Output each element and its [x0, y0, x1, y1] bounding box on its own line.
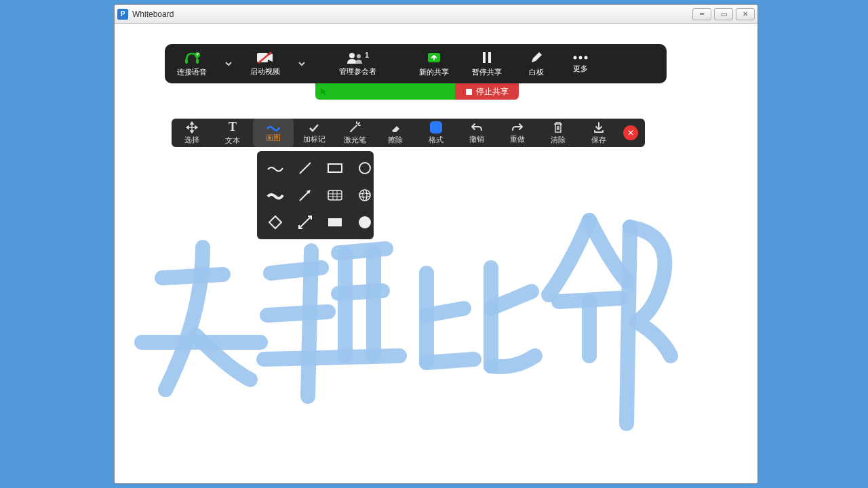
- select-tool[interactable]: 选择: [172, 119, 212, 147]
- headphones-icon: [184, 51, 200, 64]
- whiteboard-button[interactable]: 白板: [513, 44, 559, 83]
- sharing-status[interactable]: [315, 83, 455, 100]
- start-video-button[interactable]: 启动视频: [238, 44, 292, 83]
- shape-circle-outline[interactable]: [353, 158, 376, 178]
- svg-rect-8: [483, 52, 486, 63]
- svg-point-15: [359, 163, 370, 174]
- close-icon: ✕: [627, 128, 634, 138]
- cursor-icon: [319, 87, 329, 96]
- shape-rect-outline[interactable]: [323, 158, 347, 178]
- undo-icon: [471, 122, 483, 133]
- clear-button[interactable]: 清除: [538, 119, 578, 147]
- shape-diamond[interactable]: [264, 212, 287, 232]
- eraser-tool[interactable]: 擦除: [375, 119, 416, 147]
- chevron-down-icon: [298, 60, 306, 68]
- join-audio-button[interactable]: 连接语音: [165, 44, 219, 83]
- move-icon: [186, 121, 198, 134]
- svg-rect-14: [328, 164, 342, 172]
- whiteboard-window: P Whiteboard ━ ▭ ✕ 连接语音 启动视频: [114, 4, 758, 484]
- audio-menu-chevron[interactable]: [219, 44, 238, 83]
- shape-wavy-line[interactable]: [264, 158, 287, 178]
- trash-icon: [553, 121, 564, 134]
- text-tool[interactable]: T 文本: [212, 119, 253, 147]
- svg-point-12: [585, 56, 588, 59]
- shape-globe[interactable]: [353, 185, 376, 205]
- svg-rect-3: [257, 53, 268, 62]
- pause-icon: [480, 51, 494, 64]
- svg-point-6: [357, 54, 361, 58]
- svg-rect-17: [328, 190, 342, 200]
- svg-point-11: [579, 56, 583, 59]
- window-title: Whiteboard: [132, 9, 174, 19]
- stamp-tool[interactable]: 加标记: [294, 119, 334, 147]
- eraser-icon: [389, 121, 401, 134]
- svg-line-25: [300, 217, 311, 228]
- chevron-down-icon: [224, 60, 233, 68]
- whiteboard-canvas[interactable]: 连接语音 启动视频 1 管理参会者 新的共享: [115, 24, 757, 483]
- video-menu-chevron[interactable]: [292, 44, 311, 83]
- undo-button[interactable]: 撤销: [456, 119, 497, 147]
- svg-rect-9: [488, 52, 491, 63]
- draw-shapes-popup: [257, 151, 374, 239]
- svg-point-27: [359, 216, 371, 228]
- close-button[interactable]: ✕: [736, 8, 755, 20]
- redo-icon: [511, 122, 524, 133]
- draw-tool[interactable]: 画图: [253, 119, 294, 147]
- participants-count: 1: [365, 52, 369, 59]
- more-button[interactable]: 更多: [559, 44, 601, 83]
- text-icon: T: [229, 120, 237, 134]
- svg-line-16: [300, 191, 309, 201]
- maximize-button[interactable]: ▭: [714, 8, 733, 20]
- shape-circle-filled[interactable]: [353, 212, 376, 232]
- svg-line-13: [300, 163, 311, 174]
- stop-share-button[interactable]: 停止共享: [455, 83, 519, 100]
- format-tool[interactable]: 格式: [416, 119, 456, 147]
- minimize-button[interactable]: ━: [692, 8, 711, 20]
- more-icon: [572, 54, 589, 61]
- close-annotation-button[interactable]: ✕: [623, 125, 638, 140]
- share-up-icon: [426, 51, 442, 64]
- pause-share-button[interactable]: 暂停共享: [460, 44, 513, 83]
- svg-point-10: [574, 56, 577, 59]
- wand-icon: [349, 121, 361, 134]
- svg-point-5: [349, 53, 355, 58]
- shape-double-arrow[interactable]: [294, 212, 317, 232]
- manage-participants-button[interactable]: 1 管理参会者: [323, 44, 391, 83]
- svg-rect-0: [185, 59, 188, 64]
- svg-point-24: [363, 190, 367, 201]
- shape-line[interactable]: [294, 158, 317, 178]
- video-off-icon: [256, 52, 274, 64]
- annotation-toolbar: 选择 T 文本 画图 加标记 激光笔 擦除: [172, 119, 645, 147]
- spotlight-tool[interactable]: 激光笔: [334, 119, 375, 147]
- svg-point-22: [359, 190, 370, 201]
- participants-icon: [346, 52, 363, 64]
- sharing-strip: 停止共享: [315, 83, 519, 100]
- draw-icon: [266, 123, 281, 131]
- shape-arrow-line[interactable]: [294, 185, 317, 205]
- download-icon: [593, 121, 605, 134]
- titlebar: P Whiteboard ━ ▭ ✕: [115, 5, 757, 24]
- new-share-button[interactable]: 新的共享: [408, 44, 460, 83]
- stop-icon: [466, 89, 472, 95]
- svg-point-23: [359, 193, 370, 197]
- shape-wavy-thick[interactable]: [264, 185, 287, 205]
- shape-rect-filled[interactable]: [323, 212, 347, 232]
- format-icon: [430, 121, 442, 134]
- shape-grid[interactable]: [323, 185, 347, 205]
- window-controls: ━ ▭ ✕: [692, 8, 755, 20]
- redo-button[interactable]: 重做: [497, 119, 538, 147]
- check-icon: [308, 122, 320, 133]
- svg-rect-1: [196, 59, 199, 64]
- save-button[interactable]: 保存: [578, 119, 619, 147]
- svg-rect-26: [328, 218, 342, 226]
- zoom-meeting-toolbar: 连接语音 启动视频 1 管理参会者 新的共享: [165, 44, 667, 83]
- app-icon: P: [117, 9, 128, 20]
- pencil-icon: [530, 51, 543, 64]
